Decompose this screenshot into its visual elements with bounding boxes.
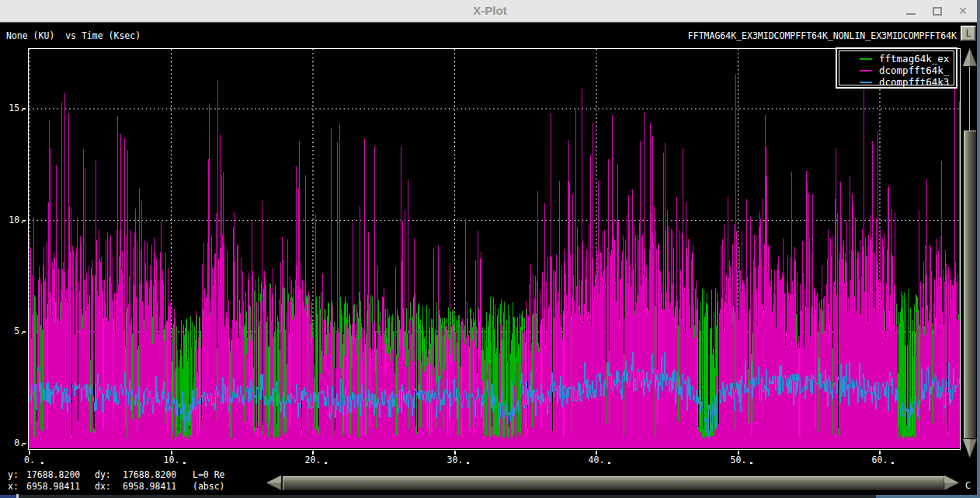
- legend-entry: fftmag64k_ex: [860, 53, 954, 64]
- y-tick-label: 0.: [2, 437, 25, 448]
- window-bottom-edge: [0, 495, 977, 498]
- plot-canvas[interactable]: [29, 49, 960, 449]
- x-tick-mark: [879, 451, 881, 454]
- status-extra: (absc): [193, 481, 225, 492]
- legend-label: fftmag64k_ex: [879, 54, 949, 64]
- vscroll-thumb[interactable]: [964, 131, 976, 438]
- minimize-icon: [906, 13, 916, 15]
- x-tick-mark: [312, 451, 314, 454]
- legend-inner: fftmag64k_exdcompfft64k_dcompfft64k3: [839, 50, 954, 85]
- axis-units-label: None (KU) vs Time (Ksec): [6, 30, 141, 41]
- x-tick-mark: [29, 451, 30, 454]
- x-tick-dot: [325, 462, 327, 464]
- x-tick-dot: [891, 462, 894, 464]
- xplot-window: X-Plot ✕ None (KU) vs Time (Ksec) FFTMAG…: [0, 0, 980, 498]
- y-tick-label: 15.: [2, 103, 25, 113]
- window-right-edge: [977, 0, 980, 498]
- title-bar[interactable]: X-Plot ✕: [0, 0, 980, 23]
- status-row: y:17688.8200dy:17688.8200L=0 Re: [0, 469, 264, 481]
- status-l1: y:: [8, 469, 19, 480]
- legend-label: dcompfft64k3: [879, 77, 949, 88]
- legend-line-icon: [860, 70, 872, 71]
- hscroll-right-arrow-icon[interactable]: [943, 475, 980, 492]
- legend-label: dcompfft64k_: [879, 65, 949, 76]
- x-tick-dot: [608, 462, 610, 464]
- maximize-button[interactable]: [926, 0, 949, 23]
- vscroll-track-line[interactable]: [969, 67, 970, 131]
- y-tick-mark: [23, 331, 26, 333]
- y-tick-label: 10.: [2, 214, 25, 225]
- close-icon: ✕: [958, 5, 968, 17]
- legend-entry: dcompfft64k3: [860, 76, 954, 88]
- window-bottom-edge-navy: [0, 495, 16, 498]
- y-tick-mark: [23, 443, 26, 444]
- corner-c-label: C: [965, 480, 971, 491]
- x-tick-dot: [183, 462, 186, 464]
- status-l2: dy:: [95, 469, 111, 480]
- y-tick-mark: [23, 220, 26, 221]
- legend-entry: dcompfft64k_: [860, 64, 954, 76]
- dataset-title-label: FFTMAG64K_EX3MIDCOMPFFT64K_NONLIN_EX3MID…: [688, 30, 957, 41]
- plot-frame: [28, 48, 961, 450]
- x-tick-mark: [171, 451, 172, 454]
- x-tick-dot: [41, 462, 43, 464]
- status-row: x:6958.98411dx:6958.98411(absc): [0, 481, 264, 493]
- l-button[interactable]: L: [961, 26, 976, 41]
- window-bottom-edge-blue: [876, 495, 977, 498]
- x-tick-mark: [454, 451, 456, 454]
- status-v1: 17688.8200: [26, 469, 80, 480]
- y-tick-mark: [23, 108, 26, 110]
- legend-line-icon: [860, 58, 872, 60]
- status-v2: 6958.98411: [123, 481, 176, 492]
- legend-line-icon: [860, 82, 872, 83]
- status-l2: dx:: [95, 481, 111, 492]
- window-title: X-Plot: [0, 4, 980, 17]
- x-tick-dot: [467, 462, 469, 464]
- vscroll-up-arrow-icon[interactable]: [961, 47, 978, 68]
- status-v2: 17688.8200: [123, 469, 176, 480]
- hscroll-thumb[interactable]: [283, 476, 944, 490]
- legend-box: fftmag64k_exdcompfft64k_dcompfft64k3: [836, 47, 957, 89]
- minimize-button[interactable]: [899, 0, 923, 23]
- maximize-icon: [933, 7, 942, 16]
- x-tick-dot: [750, 462, 752, 464]
- vscroll-down-arrow-icon[interactable]: [961, 437, 978, 459]
- close-button[interactable]: ✕: [952, 0, 975, 23]
- status-extra: L=0 Re: [193, 469, 225, 480]
- window-resize-notch[interactable]: [16, 494, 19, 498]
- status-v1: 6958.98411: [26, 481, 80, 492]
- x-tick-mark: [738, 451, 739, 454]
- status-l1: x:: [8, 481, 19, 492]
- x-tick-mark: [596, 451, 597, 454]
- y-tick-label: 5.: [2, 326, 25, 336]
